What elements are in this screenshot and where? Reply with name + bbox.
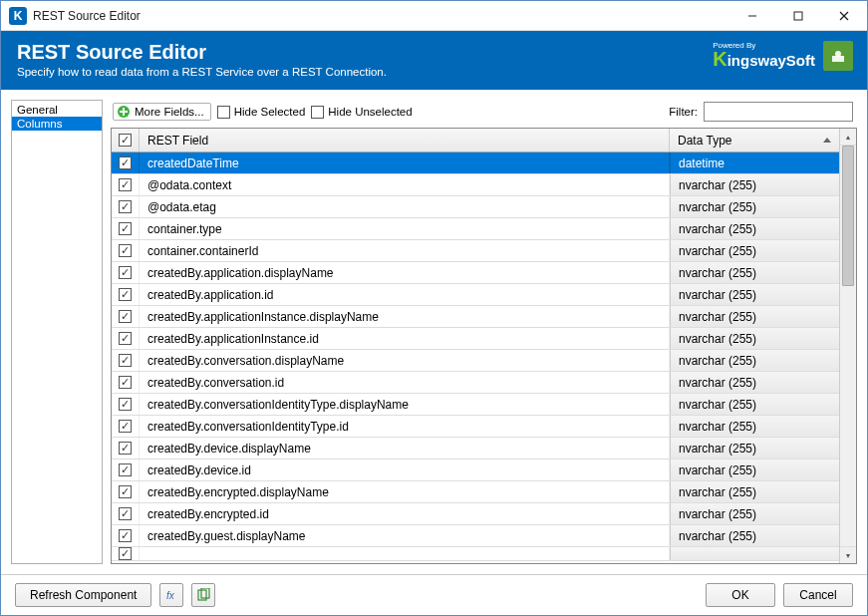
row-field-cell[interactable]: createdBy.applicationInstance.displayNam… — [140, 306, 670, 327]
header-datatype[interactable]: Data Type — [670, 129, 839, 152]
row-check-cell[interactable] — [112, 350, 140, 371]
row-type-cell[interactable]: nvarchar (255) — [670, 284, 839, 305]
row-check-cell[interactable] — [112, 306, 140, 327]
row-type-cell[interactable]: nvarchar (255) — [670, 438, 839, 459]
row-checkbox[interactable] — [119, 178, 132, 191]
row-checkbox[interactable] — [119, 420, 132, 433]
row-type-cell[interactable]: nvarchar (255) — [670, 350, 839, 371]
sidebar-item-general[interactable]: General — [12, 103, 102, 117]
row-check-cell[interactable] — [112, 262, 140, 283]
row-checkbox[interactable] — [119, 156, 132, 169]
row-check-cell[interactable] — [112, 394, 140, 415]
row-type-cell[interactable]: nvarchar (255) — [670, 503, 839, 524]
row-type-cell[interactable]: nvarchar (255) — [670, 481, 839, 502]
row-check-cell[interactable] — [112, 218, 140, 239]
row-field-cell[interactable]: createdBy.conversation.displayName — [140, 350, 670, 371]
row-field-cell[interactable]: createdBy.device.displayName — [140, 438, 670, 459]
row-field-cell[interactable]: @odata.etag — [140, 196, 670, 217]
table-row[interactable]: createdBy.conversation.displayNamenvarch… — [112, 350, 839, 372]
row-field-cell[interactable]: container.containerId — [140, 240, 670, 261]
row-type-cell[interactable]: nvarchar (255) — [670, 394, 839, 415]
row-checkbox[interactable] — [119, 354, 132, 367]
row-field-cell[interactable]: createdBy.encrypted.displayName — [140, 481, 670, 502]
row-checkbox[interactable] — [119, 463, 132, 476]
row-type-cell[interactable]: nvarchar (255) — [670, 240, 839, 261]
table-row[interactable]: createdBy.application.idnvarchar (255) — [112, 284, 839, 306]
row-field-cell[interactable]: createdBy.conversation.id — [140, 372, 670, 393]
table-row[interactable]: createdBy.conversationIdentityType.displ… — [112, 394, 839, 416]
refresh-component-button[interactable]: Refresh Component — [15, 583, 151, 607]
row-check-cell[interactable] — [112, 481, 140, 502]
ok-button[interactable]: OK — [706, 583, 775, 607]
table-row[interactable]: createdBy.application.displayNamenvarcha… — [112, 262, 839, 284]
header-field[interactable]: REST Field — [140, 129, 670, 152]
row-type-cell[interactable]: nvarchar (255) — [670, 306, 839, 327]
row-checkbox[interactable] — [119, 398, 132, 411]
row-type-cell[interactable]: nvarchar (255) — [670, 525, 839, 546]
hide-selected-checkbox[interactable]: Hide Selected — [217, 106, 306, 119]
table-row[interactable]: createdBy.device.idnvarchar (255) — [112, 460, 839, 481]
row-type-cell[interactable]: nvarchar (255) — [670, 460, 839, 480]
row-field-cell[interactable]: createdBy.device.id — [140, 460, 670, 480]
row-checkbox[interactable] — [119, 310, 132, 323]
row-field-cell[interactable]: createdBy.conversationIdentityType.displ… — [140, 394, 670, 415]
table-row[interactable]: createdBy.device.displayNamenvarchar (25… — [112, 438, 839, 460]
table-row[interactable]: container.containerIdnvarchar (255) — [112, 240, 839, 262]
row-check-cell[interactable] — [112, 196, 140, 217]
row-field-cell[interactable]: createdBy.conversationIdentityType.id — [140, 416, 670, 437]
scroll-down-icon[interactable]: ▾ — [840, 546, 856, 563]
row-check-cell[interactable] — [112, 460, 140, 480]
row-field-cell[interactable]: createdBy.guest.displayName — [140, 525, 670, 546]
filter-input[interactable] — [704, 102, 853, 122]
row-field-cell[interactable]: createdBy.applicationInstance.id — [140, 328, 670, 349]
row-checkbox[interactable] — [119, 288, 132, 301]
row-type-cell[interactable]: datetime — [670, 153, 839, 173]
row-checkbox[interactable] — [119, 507, 132, 520]
row-field-cell[interactable]: @odata.context — [140, 174, 670, 195]
row-checkbox[interactable] — [119, 266, 132, 279]
row-checkbox[interactable] — [119, 442, 132, 455]
maximize-button[interactable] — [775, 1, 821, 31]
table-row[interactable]: container.typenvarchar (255) — [112, 218, 839, 240]
row-check-cell[interactable] — [112, 174, 140, 195]
expression-button[interactable]: fx — [159, 583, 183, 607]
row-checkbox[interactable] — [119, 485, 132, 498]
row-check-cell[interactable] — [112, 153, 140, 173]
row-check-cell[interactable] — [112, 372, 140, 393]
row-checkbox[interactable] — [119, 332, 132, 345]
header-check-cell[interactable] — [112, 129, 140, 152]
table-row[interactable]: createdDateTimedatetime — [112, 153, 839, 174]
table-row[interactable]: createdBy.conversationIdentityType.idnva… — [112, 416, 839, 438]
row-field-cell[interactable]: createdBy.application.displayName — [140, 262, 670, 283]
row-type-cell[interactable]: nvarchar (255) — [670, 174, 839, 195]
row-type-cell[interactable]: nvarchar (255) — [670, 328, 839, 349]
table-row[interactable]: createdBy.applicationInstance.displayNam… — [112, 306, 839, 328]
more-fields-button[interactable]: More Fields... — [113, 103, 211, 121]
row-check-cell[interactable] — [112, 284, 140, 305]
close-button[interactable] — [821, 1, 867, 31]
row-field-cell[interactable]: createdBy.application.id — [140, 284, 670, 305]
row-check-cell[interactable] — [112, 328, 140, 349]
row-type-cell[interactable]: nvarchar (255) — [670, 196, 839, 217]
row-checkbox[interactable] — [119, 200, 132, 213]
scroll-up-icon[interactable]: ▴ — [840, 129, 856, 146]
documentation-button[interactable] — [191, 583, 215, 607]
table-row[interactable]: @odata.contextnvarchar (255) — [112, 174, 839, 196]
table-row[interactable]: createdBy.applicationInstance.idnvarchar… — [112, 328, 839, 350]
table-row[interactable] — [112, 547, 839, 561]
row-field-cell[interactable]: container.type — [140, 218, 670, 239]
vertical-scrollbar[interactable]: ▴ ▾ — [839, 129, 856, 563]
sidebar-item-columns[interactable]: Columns — [12, 117, 102, 131]
scroll-track[interactable] — [840, 146, 856, 546]
row-check-cell[interactable] — [112, 438, 140, 459]
row-field-cell[interactable]: createdBy.encrypted.id — [140, 503, 670, 524]
table-row[interactable]: createdBy.guest.displayNamenvarchar (255… — [112, 525, 839, 547]
scroll-thumb[interactable] — [842, 146, 854, 286]
row-type-cell[interactable]: nvarchar (255) — [670, 218, 839, 239]
table-row[interactable]: @odata.etagnvarchar (255) — [112, 196, 839, 218]
row-checkbox[interactable] — [119, 222, 132, 235]
row-check-cell[interactable] — [112, 525, 140, 546]
table-row[interactable]: createdBy.encrypted.displayNamenvarchar … — [112, 481, 839, 503]
table-row[interactable]: createdBy.encrypted.idnvarchar (255) — [112, 503, 839, 525]
row-check-cell[interactable] — [112, 503, 140, 524]
